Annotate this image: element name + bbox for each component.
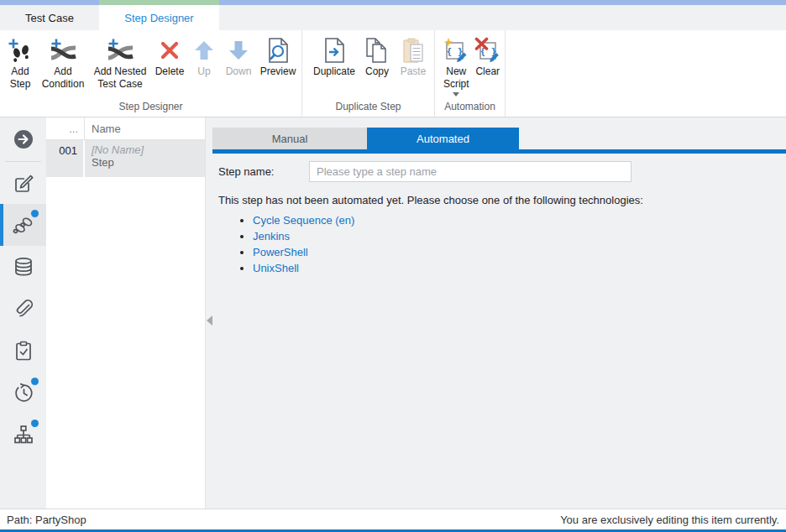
ribbon-group-label: Step Designer: [0, 101, 301, 117]
window-top-strip: [0, 0, 786, 5]
ribbon-group-step-designer: AddStep AddCondition: [0, 30, 302, 117]
copy-button[interactable]: Copy: [359, 34, 395, 101]
steps-icon: [12, 213, 35, 237]
column-header-number: ...: [46, 123, 84, 135]
step-list-panel: ... Name 001 [No Name] Step: [46, 117, 206, 509]
new-script-dropdown-caret[interactable]: [453, 92, 459, 96]
active-tab-underline: [212, 149, 786, 154]
up-button: Up: [188, 34, 220, 101]
sidebar-item-edit[interactable]: [0, 162, 46, 204]
button-label: Test Case: [94, 78, 147, 91]
checklist-icon: [13, 340, 34, 362]
add-nested-test-case-icon: [106, 35, 134, 65]
add-step-button[interactable]: AddStep: [3, 34, 37, 101]
step-name-label: Step name:: [212, 165, 309, 178]
status-bar: Path: PartyShop You are exclusively edit…: [0, 509, 786, 529]
step-name-input[interactable]: [309, 161, 631, 182]
step-type: Step: [92, 156, 198, 169]
notification-dot: [31, 378, 39, 385]
add-condition-button[interactable]: AddCondition: [37, 34, 89, 101]
editing-status-message: You are exclusively editing this item cu…: [560, 514, 779, 526]
technology-link-list: Cycle Sequence (en) Jenkins PowerShell U…: [212, 214, 786, 274]
add-step-icon: [7, 35, 34, 65]
svg-text:{ }: { }: [447, 46, 464, 57]
down-button: Down: [220, 34, 257, 101]
step-name-row: Step name:: [212, 161, 786, 182]
step-row[interactable]: 001 [No Name] Step: [46, 140, 205, 177]
duplicate-icon: [322, 35, 347, 65]
button-label: Clear: [475, 65, 500, 78]
button-label: Step: [10, 78, 31, 91]
ribbon-group-automation: { } NewScript { }: [435, 30, 506, 117]
sidebar-item-data[interactable]: [0, 246, 46, 288]
clear-script-icon: { }: [474, 35, 501, 65]
ribbon-group-label: Automation: [435, 101, 505, 117]
step-name-cell: [No Name] Step: [85, 140, 205, 177]
tab-automated[interactable]: Automated: [367, 128, 519, 149]
preview-button[interactable]: Preview: [257, 34, 299, 101]
technology-list-item: UnixShell: [253, 262, 786, 274]
left-icon-sidebar: [0, 117, 46, 509]
technology-list-item: PowerShell: [253, 246, 786, 258]
technology-link-cycle-sequence[interactable]: Cycle Sequence (en): [253, 214, 354, 227]
new-script-icon: { }: [443, 35, 469, 65]
path-label: Path: PartyShop: [7, 514, 86, 526]
tab-manual[interactable]: Manual: [212, 128, 367, 149]
window-tab-bar: Test Case Step Designer: [0, 5, 786, 30]
add-nested-test-case-button[interactable]: Add NestedTest Case: [89, 34, 151, 101]
notification-dot: [31, 420, 39, 427]
button-label: New: [443, 65, 469, 78]
technology-link-powershell[interactable]: PowerShell: [253, 246, 308, 258]
history-icon: [13, 382, 34, 404]
ribbon-filler: [506, 30, 786, 117]
up-arrow-icon: [192, 35, 216, 65]
sidebar-item-navigate[interactable]: [0, 117, 46, 161]
down-arrow-icon: [227, 35, 250, 65]
attachment-icon: [13, 298, 34, 320]
copy-icon: [364, 35, 390, 65]
button-label: Add Nested: [94, 65, 147, 78]
hierarchy-icon: [13, 424, 34, 446]
tab-step-designer[interactable]: Step Designer: [99, 5, 219, 30]
step-detail-pane: Manual Automated Step name: This step ha…: [206, 117, 786, 509]
ribbon-group-duplicate-step: Duplicate Copy: [302, 30, 435, 117]
button-label: Delete: [155, 65, 185, 78]
sidebar-item-steps[interactable]: [0, 204, 46, 246]
delete-button[interactable]: Delete: [151, 34, 188, 101]
button-label: Script: [443, 78, 469, 91]
active-tab-color-strip: [99, 0, 219, 5]
button-label: Preview: [260, 65, 296, 78]
technology-list-item: Cycle Sequence (en): [253, 214, 786, 227]
sidebar-item-hierarchy[interactable]: [0, 414, 46, 456]
column-header-name[interactable]: Name: [85, 123, 121, 135]
new-script-button[interactable]: { } NewScript: [440, 34, 472, 101]
button-label: Down: [226, 65, 252, 78]
edit-icon: [13, 172, 34, 194]
ribbon-group-label: Duplicate Step: [302, 101, 434, 117]
button-label: Up: [197, 65, 210, 78]
tab-test-case[interactable]: Test Case: [0, 5, 99, 30]
button-label: Condition: [42, 78, 85, 91]
step-mode-tabs: Manual Automated: [212, 128, 786, 149]
clear-script-button[interactable]: { } Clear: [472, 34, 503, 101]
step-number: 001: [46, 140, 83, 177]
preview-icon: [265, 35, 291, 65]
button-label: Add: [42, 65, 85, 78]
technology-link-jenkins[interactable]: Jenkins: [253, 230, 290, 243]
delete-icon: [158, 35, 181, 65]
duplicate-button[interactable]: Duplicate: [309, 34, 359, 101]
sidebar-item-attachments[interactable]: [0, 288, 46, 330]
sidebar-item-checklist[interactable]: [0, 330, 46, 372]
paste-button: Paste: [395, 34, 432, 101]
ribbon-toolbar: AddStep AddCondition: [0, 30, 786, 117]
automation-info-text: This step has not been automated yet. Pl…: [212, 194, 786, 206]
step-name-value: [No Name]: [92, 143, 198, 156]
step-list-header: ... Name: [46, 117, 205, 140]
technology-link-unixshell[interactable]: UnixShell: [253, 262, 299, 274]
nav-arrow-circle-icon: [13, 128, 34, 150]
database-icon: [13, 256, 34, 278]
collapse-panel-handle[interactable]: [207, 316, 212, 326]
app-window: Test Case Step Designer: [0, 0, 786, 532]
sidebar-item-history[interactable]: [0, 372, 46, 414]
button-label: Add: [10, 65, 31, 78]
